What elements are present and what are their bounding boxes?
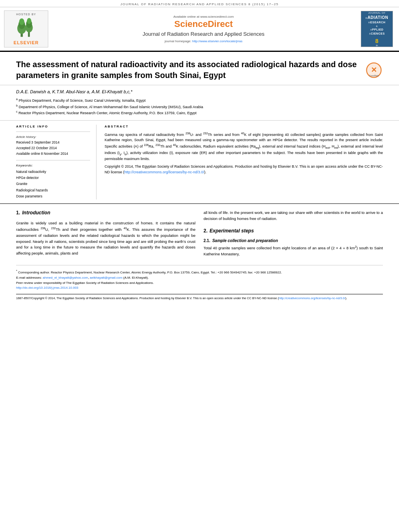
abstract-header: Abstract — [105, 125, 383, 128]
elsevier-text: ELSEVIER — [14, 40, 39, 45]
footer-cc-link[interactable]: http://creativecommons.org/licenses/by-n… — [279, 296, 346, 300]
received-date: Received 3 September 2014 — [16, 140, 90, 145]
intro-text: Granite is widely used as a building mat… — [16, 220, 195, 256]
affiliation-c: c Reactor Physics Department, Nuclear Re… — [16, 110, 383, 116]
article-title: The assessment of natural radioactivity … — [16, 59, 361, 81]
affil-sup-c: c — [16, 110, 18, 113]
homepage-label: journal homepage: — [165, 39, 191, 43]
elsevier-logo-box: Hosted by ELSEVIER — [4, 10, 48, 47]
journal-cover-inner: JOURNAL OFRADIATIONRESEARCH&APPLIEDSCIEN… — [364, 11, 390, 47]
affil-a-text: Physics Department, Faculty of Science, … — [19, 99, 145, 103]
abstract-section: Abstract Gamma ray spectra of natural ra… — [105, 125, 383, 200]
history-label: Article history: — [16, 135, 90, 139]
two-column-section: Article Info Article history: Received 3… — [0, 121, 399, 204]
keywords-label: Keywords: — [16, 164, 90, 167]
article-info: Article Info Article history: Received 3… — [16, 125, 97, 200]
keyword-1: Natural radioactivity — [16, 169, 90, 175]
footer-peer-review: Peer review under responsibility of The … — [16, 281, 383, 286]
article-title-text: The assessment of natural radioactivity … — [16, 59, 361, 81]
exp-subsection-title-row: 2.1. Sample collection and preparation — [204, 238, 383, 243]
keyword-3: Granite — [16, 181, 90, 187]
footer-divider — [16, 294, 383, 294]
sciencedirect-brand: ScienceDirect — [174, 19, 233, 29]
authors-section: D.A.E. Darwish a, K.T.M. Abul-Nasr a, A.… — [0, 85, 399, 121]
footer-doi-link[interactable]: http://dx.doi.org/10.1016/j.jrras.2014.1… — [16, 286, 78, 290]
affil-sup-b: b — [16, 104, 18, 107]
article-title-section: The assessment of natural radioactivity … — [0, 52, 399, 85]
body-left: 1. Introduction Granite is widely used a… — [16, 210, 195, 257]
crossmark-icon[interactable]: ✕ CrossMark — [365, 61, 383, 79]
svg-point-3 — [19, 18, 25, 25]
journal-bar-text: Journal of Radiation Research and Applie… — [120, 2, 279, 6]
abstract-copyright: Copyright © 2014, The Egyptian Society o… — [105, 164, 383, 175]
accepted-date: Accepted 22 October 2014 — [16, 145, 90, 151]
header-section: Hosted by ELSEVIER Available online at w… — [0, 7, 399, 52]
exp-section-num: 2. — [204, 228, 208, 234]
keyword-2: HPGe detector — [16, 175, 90, 181]
footer-email-2[interactable]: aelkhayatt@gmail.com — [90, 276, 122, 279]
exp-subsection-num: 2.1. — [204, 238, 210, 243]
svg-point-7 — [27, 18, 31, 24]
intro-text-right: all kinds of life. In the present work, … — [204, 210, 383, 222]
abstract-text: Gamma ray spectra of natural radioactivi… — [105, 131, 383, 162]
info-dates: Received 3 September 2014 Accepted 22 Oc… — [16, 140, 90, 157]
intro-section-num-title: 1. Introduction — [16, 210, 195, 218]
affil-c-text: Reactor Physics Department, Nuclear Rese… — [19, 111, 196, 115]
affiliation-b: b Department of Physics, College of Scie… — [16, 104, 383, 110]
affil-sup-a: a — [16, 98, 18, 101]
abstract-cc-link[interactable]: http://creativecommons.org/licenses/by-n… — [124, 170, 204, 174]
header-center: Available online at www.sciencedirect.co… — [52, 10, 355, 47]
exp-section-title: Experimental steps — [210, 228, 254, 234]
info-divider-1 — [16, 131, 90, 132]
footer-copyright: 1687-8507/Copyright © 2014, The Egyptian… — [16, 296, 383, 301]
elsevier-logo: ELSEVIER — [14, 17, 39, 45]
info-divider-2 — [16, 160, 90, 160]
svg-text:CrossMark: CrossMark — [369, 74, 379, 77]
hosted-by-label: Hosted by — [16, 13, 36, 16]
homepage-link[interactable]: http://www.elsevier.com/locate/jrras — [192, 39, 243, 43]
footer-corresponding: * Corresponding author. Reactor Physics … — [16, 269, 383, 275]
footer-doi: http://dx.doi.org/10.1016/j.jrras.2014.1… — [16, 286, 383, 291]
footer-email-1[interactable]: ahmed_el_khayatt@yahoo.com — [43, 276, 88, 279]
elsevier-tree-icon — [16, 17, 36, 39]
affiliation-a: a Physics Department, Faculty of Science… — [16, 97, 383, 104]
footer-emails: E-mail addresses: ahmed_el_khayatt@yahoo… — [16, 275, 383, 281]
homepage-text: journal homepage: http://www.elsevier.co… — [165, 39, 242, 43]
journal-title-header: Journal of Radiation Research and Applie… — [143, 31, 265, 38]
intro-section-title: Introduction — [22, 210, 50, 216]
keyword-5: Dose parameters — [16, 193, 90, 199]
body-right: all kinds of life. In the present work, … — [204, 210, 383, 257]
authors-line: D.A.E. Darwish a, K.T.M. Abul-Nasr a, A.… — [16, 89, 383, 94]
intro-section-num: 1. — [16, 210, 20, 216]
header-right: JOURNAL OFRADIATIONRESEARCH&APPLIEDSCIEN… — [359, 10, 395, 47]
crossmark-svg: ✕ CrossMark — [365, 61, 383, 79]
available-text: Available online at www.sciencedirect.co… — [173, 15, 234, 18]
available-date: Available online 8 November 2014 — [16, 151, 90, 156]
keyword-4: Radiological hazards — [16, 187, 90, 193]
journal-bar: Journal of Radiation Research and Applie… — [0, 0, 399, 7]
svg-text:✕: ✕ — [371, 66, 377, 74]
article-info-header: Article Info — [16, 125, 90, 128]
affiliations: a Physics Department, Faculty of Science… — [16, 97, 383, 116]
footer-section: * Corresponding author. Reactor Physics … — [16, 265, 383, 304]
exp-text: Total 40 granite samples were collected … — [204, 245, 383, 257]
exp-subsection-title: Sample collection and preparation — [212, 238, 278, 243]
body-content: 1. Introduction Granite is widely used a… — [0, 204, 399, 261]
journal-cover: JOURNAL OFRADIATIONRESEARCH&APPLIEDSCIEN… — [361, 11, 393, 47]
affil-b-text: Department of Physics, College of Scienc… — [19, 105, 203, 109]
exp-section-num-title: 2. Experimental steps — [204, 228, 383, 236]
